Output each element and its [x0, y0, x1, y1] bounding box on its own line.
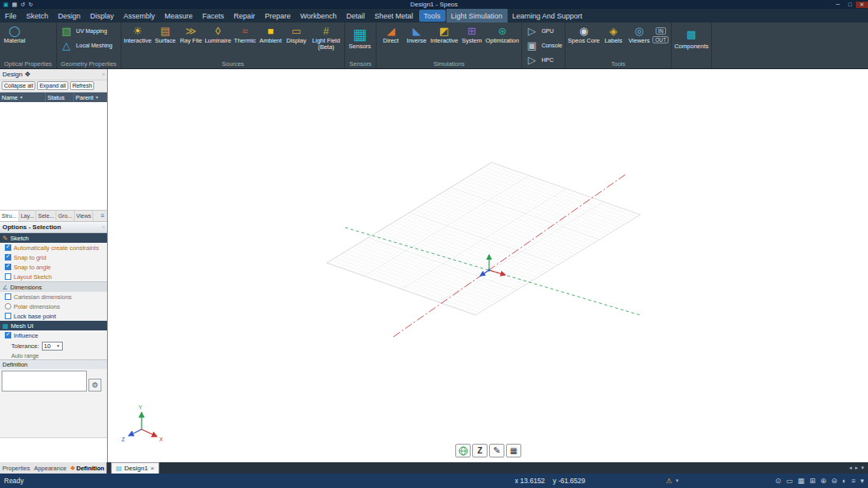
ribbon-item-system-simulation[interactable]: System: [459, 24, 483, 44]
ribbon-item-material[interactable]: Material: [2, 24, 27, 44]
viewport[interactable]: Y X Z Z ✎: [108, 69, 868, 462]
checkbox[interactable]: [5, 254, 11, 260]
ribbon-item-run-hpc[interactable]: HPC: [525, 53, 553, 67]
scroll-right-icon[interactable]: ▸: [855, 465, 858, 471]
tab-list-icon[interactable]: ▾: [861, 465, 864, 471]
document-tab-design1[interactable]: ▤ Design1 ×: [111, 462, 159, 474]
ribbon-item-light-field[interactable]: Light Field (Beta): [310, 24, 342, 51]
scroll-left-icon[interactable]: ◂: [849, 465, 852, 471]
menu-tab-workbench[interactable]: Workbench: [295, 9, 341, 23]
ribbon-item-import[interactable]: IN: [656, 27, 666, 35]
collapse-all-button[interactable]: Collapse all: [2, 81, 35, 90]
option-row-lock-base-point[interactable]: Lock base point: [0, 311, 107, 321]
ribbon-item-surface-source[interactable]: Surface: [153, 24, 177, 44]
dimensions-section-header[interactable]: ∠ Dimensions: [0, 281, 107, 292]
close-button[interactable]: ✕: [856, 2, 868, 8]
pin-options-icon[interactable]: ▫: [102, 223, 105, 231]
move-grid-button[interactable]: ▦: [506, 444, 521, 457]
tab-layers[interactable]: Lay...: [19, 211, 37, 221]
menu-tab-assembly[interactable]: Assembly: [119, 9, 160, 23]
option-row-auto-constraints[interactable]: Automatically create constraints: [0, 243, 107, 252]
selection-filter-icon[interactable]: ⊙: [775, 477, 782, 485]
menu-tab-learning-and-support[interactable]: Learning And Support: [508, 9, 587, 23]
undo-icon[interactable]: ↺: [20, 2, 25, 8]
option-row-snap-to-grid[interactable]: Snap to grid: [0, 252, 107, 262]
ribbon-item-viewers[interactable]: Viewers: [627, 24, 651, 44]
display-options-icon[interactable]: ≡: [851, 477, 855, 485]
tab-selection[interactable]: Sele...: [36, 211, 56, 221]
ribbon-item-labels[interactable]: Labels: [601, 24, 625, 44]
option-row-snap-to-angle[interactable]: Snap to angle: [0, 262, 107, 272]
menu-tab-file[interactable]: File: [0, 9, 22, 23]
ribbon-item-components[interactable]: Components: [674, 24, 709, 50]
ribbon-item-interactive-source[interactable]: Interactive: [124, 24, 152, 44]
ribbon-item-run-gpu[interactable]: GPU: [525, 24, 553, 38]
ribbon-item-direct-simulation[interactable]: Direct: [379, 24, 403, 44]
navigation-triad[interactable]: Y X Z: [121, 404, 163, 442]
ribbon-item-interactive-simulation[interactable]: Interactive: [430, 24, 459, 44]
maximize-button[interactable]: □: [844, 2, 856, 8]
sketch-mode-button[interactable]: ✎: [489, 444, 504, 457]
option-row-polar-dimensions[interactable]: Polar dimensions: [0, 301, 107, 311]
mesh-section-header[interactable]: ▦ Mesh UI: [0, 321, 107, 330]
ribbon-item-ray-file[interactable]: Ray File: [179, 24, 203, 44]
plan-view-button[interactable]: Z: [472, 444, 487, 457]
menu-tab-design[interactable]: Design: [53, 9, 85, 23]
menu-tab-tools[interactable]: Tools: [419, 10, 446, 22]
column-status[interactable]: Status: [46, 92, 74, 102]
filter-icon[interactable]: ▼: [19, 95, 23, 100]
checkbox[interactable]: [5, 332, 11, 338]
tolerance-select[interactable]: 10 ▼: [42, 342, 63, 351]
3d-scene[interactable]: Y X Z: [108, 69, 868, 462]
menu-tab-sketch[interactable]: Sketch: [22, 9, 54, 23]
close-tab-icon[interactable]: ×: [150, 465, 154, 472]
menu-tab-prepare[interactable]: Prepare: [260, 9, 295, 23]
tab-definition[interactable]: ◆ Definition: [71, 465, 105, 472]
menu-tab-light-simulation[interactable]: Light Simulation: [446, 9, 508, 23]
checkbox[interactable]: [5, 264, 11, 270]
definition-settings-button[interactable]: ⚙: [88, 379, 101, 392]
pin-panel-icon[interactable]: ▫: [102, 71, 105, 78]
auto-range-row[interactable]: Auto range: [0, 351, 107, 359]
minimize-button[interactable]: ─: [832, 2, 844, 8]
ribbon-item-display-source[interactable]: Display: [284, 24, 308, 44]
ribbon-item-speos-core[interactable]: Speos Core: [568, 24, 600, 44]
ribbon-item-inverse-simulation[interactable]: Inverse: [405, 24, 429, 44]
checkbox[interactable]: [5, 244, 11, 251]
redo-icon[interactable]: ↻: [28, 2, 33, 8]
tab-structure[interactable]: Stru...: [0, 211, 19, 221]
menu-tab-facets[interactable]: Facets: [198, 9, 229, 23]
menu-tab-detail[interactable]: Detail: [342, 9, 370, 23]
menu-tab-repair[interactable]: Repair: [229, 9, 261, 23]
zoom-in-icon[interactable]: ⊕: [821, 477, 827, 485]
definition-input[interactable]: [2, 371, 87, 392]
ribbon-item-sensors[interactable]: Sensors: [348, 24, 372, 50]
ribbon-item-export[interactable]: OUT: [652, 36, 668, 43]
checkbox[interactable]: [5, 293, 11, 300]
menu-tab-sheet-metal[interactable]: Sheet Metal: [370, 9, 418, 23]
menu-tab-display[interactable]: Display: [85, 9, 119, 23]
option-row-layout-sketch[interactable]: Layout Sketch: [0, 272, 107, 281]
filter-icon[interactable]: ▼: [95, 95, 99, 100]
shade-mode-icon[interactable]: ◐: [842, 477, 846, 485]
save-icon[interactable]: ▦: [12, 2, 18, 8]
move-panel-icon[interactable]: ✥: [25, 71, 31, 78]
tab-groups[interactable]: Gro...: [56, 211, 75, 221]
expand-all-button[interactable]: Expand all: [37, 81, 68, 90]
ribbon-item-thermic[interactable]: Thermic: [232, 24, 257, 44]
column-parent[interactable]: Parent ▼: [74, 92, 107, 102]
ribbon-item-local-meshing[interactable]: Local Meshing: [60, 39, 113, 52]
menu-tab-measure[interactable]: Measure: [160, 9, 198, 23]
view-cube-icon[interactable]: ⊞: [809, 477, 816, 485]
simulation-tree[interactable]: [0, 102, 107, 211]
tab-views[interactable]: Views: [75, 211, 94, 221]
ribbon-item-uv-mapping[interactable]: UV Mapping: [60, 24, 108, 38]
tab-properties[interactable]: Properties: [2, 465, 30, 472]
panel-list-icon[interactable]: ≡: [98, 211, 107, 221]
tab-appearance[interactable]: Appearance: [34, 465, 66, 472]
checkbox[interactable]: [5, 273, 11, 280]
option-row-cartesian-dimensions[interactable]: Cartesian dimensions: [0, 292, 107, 301]
sketch-section-header[interactable]: ✎ Sketch: [0, 233, 107, 243]
ribbon-item-ambient[interactable]: Ambient: [258, 24, 282, 44]
radio-button[interactable]: [5, 303, 11, 310]
